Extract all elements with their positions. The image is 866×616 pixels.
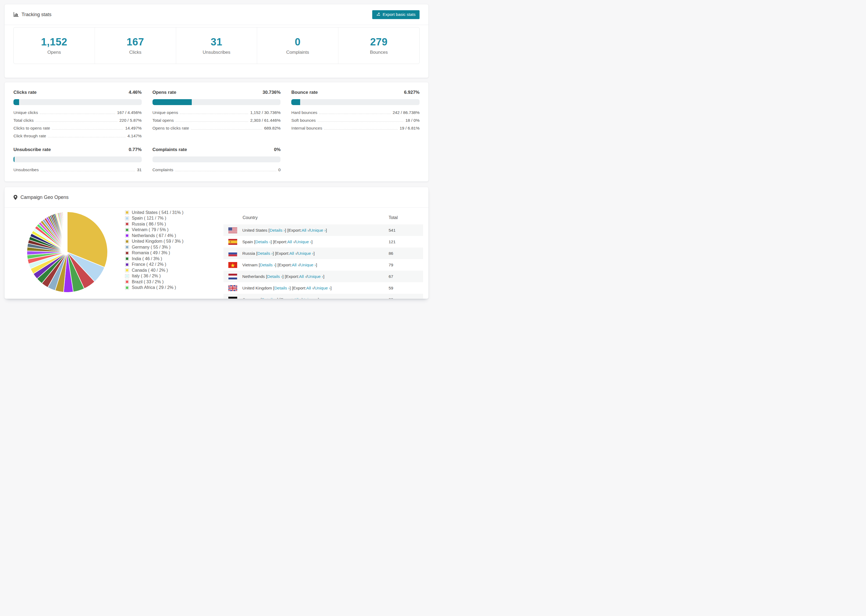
details-link[interactable]: Details › [257,251,273,256]
rate-rows: Unsubscribes31 [13,167,142,172]
details-link[interactable]: Details › [255,239,271,244]
geo-table-row-gb: United Kingdom [Details ›] [Export: All … [224,282,423,294]
legend-item-united-kingdom: United Kingdom ( 59 / 3% ) [125,239,183,245]
export-basic-stats-button[interactable]: Export basic stats [372,10,420,19]
stat-box: 279Bounces [339,27,419,64]
legend-label: United Kingdom ( 59 / 3% ) [132,239,183,244]
geo-content: United States ( 541 / 31% )Spain ( 121 /… [5,208,428,299]
legend-label: Russia ( 86 / 5% ) [132,222,166,226]
export-unique-link[interactable]: Unique › [296,239,312,244]
rate-row-value: 0 [279,167,281,172]
export-all-link[interactable]: All › [306,286,313,291]
details-link[interactable]: Details › [262,297,277,299]
bracket-text: ] [Export: [277,297,294,299]
geo-table-cell-total: 59 [389,282,423,294]
stat-label: Bounces [370,50,388,55]
legend-color-chip [125,286,129,289]
bracket-text: [ [260,297,262,299]
export-all-link[interactable]: All › [287,239,294,244]
bracket-text: [ [272,286,274,291]
dotted-leader [176,121,248,122]
stat-label: Clicks [129,50,142,55]
rate-row-value: 18 / 0% [405,118,420,123]
export-all-link[interactable]: All › [302,228,309,233]
geo-opens-card: Campaign Geo Opens United States ( 541 /… [4,187,429,299]
flag-nl-icon [228,273,237,280]
geo-table-cell-country: Germany [Details ›] [Export: All › / Uni… [224,294,389,299]
rate-row-label: Total opens [153,118,174,123]
country-inner: Spain [Details ›] [Export: All › / Uniqu… [228,239,389,245]
geo-title-text: Campaign Geo Opens [20,195,69,200]
rate-row-value: 242 / 86.738% [393,110,420,115]
legend-item-brazil: Brazil ( 33 / 2% ) [125,279,183,285]
rate-rows: Unique clicks167 / 4.456%Total clicks220… [13,110,142,138]
rate-row-value: 4.147% [128,134,142,138]
rate-row-value: 31 [137,167,142,172]
legend-color-chip [125,280,129,284]
rate-row-label: Total clicks [13,118,34,123]
export-unique-link[interactable]: Unique › [300,262,316,267]
rate-row: Opens to clicks rate689.82% [153,126,281,130]
bracket-text: ] [323,274,324,279]
export-all-link[interactable]: All › [292,262,299,267]
legend-label: Vietnam ( 79 / 5% ) [132,227,168,232]
stat-label: Unsubscribes [203,50,230,55]
legend-item-south-africa: South Africa ( 29 / 2% ) [125,285,183,291]
country-name: Vietnam [242,262,258,267]
bracket-text: ] [326,228,327,233]
geo-table-cell-total: 541 [389,225,423,236]
rate-row-label: Unsubscribes [13,167,39,172]
geo-table-row-de: Germany [Details ›] [Export: All › / Uni… [224,294,423,299]
details-link[interactable]: Details › [260,262,275,267]
rate-rows: Unique opens1,152 / 30.736%Total opens2,… [153,110,281,130]
rate-row-value: 19 / 6.81% [400,126,420,130]
rate-head: Unsubscribe rate0.77% [13,147,142,152]
export-all-link[interactable]: All › [290,251,297,256]
geo-table-cell-total: 79 [389,259,423,271]
rate-row: Unsubscribes31 [13,167,142,172]
progress-bar-fill [291,99,300,105]
rate-rows: Complaints0 [153,167,281,172]
bracket-text: ] [318,297,319,299]
legend-item-netherlands: Netherlands ( 67 / 4% ) [125,233,183,239]
geo-title: Campaign Geo Opens [13,195,69,200]
export-unique-link[interactable]: Unique › [302,297,318,299]
country-name: United Kingdom [242,286,272,291]
country-name: Spain [242,239,253,244]
bracket-text: ] [330,286,331,291]
export-unique-link[interactable]: Unique › [315,286,331,291]
export-unique-link[interactable]: Unique › [307,274,323,279]
export-all-link[interactable]: All › [294,297,301,299]
export-unique-link[interactable]: Unique › [310,228,326,233]
pie-slice-other[interactable] [67,212,67,252]
rate-value: 4.46% [129,90,142,95]
legend-item-spain: Spain ( 121 / 7% ) [125,215,183,222]
rate-row-value: 14.497% [125,126,142,130]
stat-box: 0Complaints [257,27,339,64]
legend-color-chip [125,240,129,243]
rate-row: Internal bounces19 / 6.81% [291,126,420,130]
rate-row: Total clicks220 / 5.87% [13,118,142,123]
export-unique-link[interactable]: Unique › [298,251,313,256]
bracket-text: ] [Export: [271,239,287,244]
details-link[interactable]: Details › [267,274,282,279]
legend-color-chip [125,217,129,220]
legend-item-romania: Romania ( 49 / 3% ) [125,250,183,256]
legend-item-russia: Russia ( 86 / 5% ) [125,221,183,227]
legend-item-india: India ( 46 / 3% ) [125,256,183,262]
geo-table-cell-country: United States [Details ›] [Export: All ›… [224,225,389,236]
details-link[interactable]: Details › [270,228,285,233]
details-link[interactable]: Details › [274,286,290,291]
bracket-text: [ [255,251,257,256]
rate-row-label: Soft bounces [291,118,315,123]
rate-row: Unique clicks167 / 4.456% [13,110,142,115]
legend-item-germany: Germany ( 55 / 3% ) [125,244,183,250]
export-all-link[interactable]: All › [299,274,306,279]
bracket-text: ] [312,239,313,244]
legend-item-united-states: United States ( 541 / 31% ) [125,210,183,215]
rate-row: Click through rate4.147% [13,134,142,138]
country-inner: United Kingdom [Details ›] [Export: All … [228,285,389,291]
rate-row-label: Click through rate [13,134,46,138]
geo-table-wrap: Country Total United States [Details ›] … [224,208,423,299]
tracking-stats-header: Tracking stats Export basic stats [5,4,428,25]
